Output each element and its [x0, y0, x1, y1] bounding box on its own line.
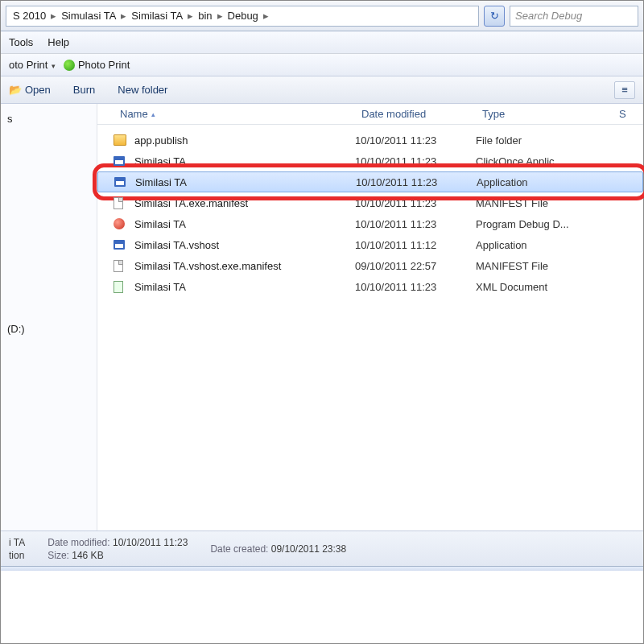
- file-row[interactable]: Similasi TA10/10/2011 11:23ClickOnce App…: [97, 151, 643, 171]
- breadcrumb-item[interactable]: S 2010: [10, 10, 49, 22]
- explorer-window: { "breadcrumb": { "items": ["S 2010", "S…: [0, 0, 644, 644]
- file-name: Similasi TA: [131, 155, 355, 167]
- file-type: ClickOnce Applic...: [476, 155, 613, 167]
- sidebar-item-drive[interactable]: (D:): [6, 320, 92, 337]
- file-name: Similasi TA: [131, 218, 355, 230]
- file-type: File folder: [476, 134, 613, 147]
- file-date: 09/10/2011 22:57: [355, 260, 476, 272]
- photo-print-icon: [64, 60, 75, 71]
- chevron-right-icon: ▸: [119, 10, 128, 22]
- window-border-bottom: [1, 566, 643, 571]
- sidebar-item[interactable]: s: [6, 110, 92, 127]
- dropdown-arrow-icon: ▾: [49, 62, 56, 70]
- col-header-name[interactable]: Name▴: [114, 104, 355, 124]
- file-type: Application: [477, 176, 613, 188]
- files-list: app.publish10/10/2011 11:23File folderSi…: [97, 125, 643, 297]
- status-file-type: tion: [9, 550, 25, 561]
- menu-tools[interactable]: Tools: [9, 36, 33, 48]
- col-header-type[interactable]: Type: [476, 104, 613, 124]
- list-view-icon: ≡: [621, 84, 628, 96]
- status-date-created: 09/10/2011 23:38: [271, 543, 346, 555]
- file-row[interactable]: Similasi TA.vshost.exe.manifest09/10/201…: [97, 255, 643, 276]
- file-icon: [114, 260, 131, 272]
- command-bar: 📂 Open Burn New folder ≡: [1, 76, 643, 104]
- status-date-created-label: Date created:: [210, 543, 268, 555]
- file-type: Application: [476, 239, 613, 251]
- refresh-icon: ↻: [490, 10, 499, 22]
- search-input[interactable]: Search Debug: [510, 6, 638, 27]
- status-date-mod-label: Date modified:: [47, 537, 109, 548]
- view-options: ≡: [614, 81, 635, 99]
- file-row[interactable]: Similasi TA10/10/2011 11:23XML Document: [97, 276, 643, 297]
- chevron-right-icon: ▸: [216, 10, 225, 22]
- file-type: Program Debug D...: [476, 218, 613, 230]
- chevron-right-icon: ▸: [262, 10, 270, 22]
- folder-icon: [114, 134, 131, 146]
- file-name: Similasi TA.vshost: [131, 239, 355, 251]
- file-row[interactable]: app.publish10/10/2011 11:23File folder: [97, 130, 643, 151]
- file-row[interactable]: Similasi TA10/10/2011 11:23Program Debug…: [97, 213, 643, 234]
- breadcrumb-item[interactable]: bin: [195, 10, 215, 22]
- file-type: MANIFEST File: [476, 260, 613, 272]
- breadcrumb-item[interactable]: Simulasi TA: [58, 10, 119, 22]
- file-name: Similasi TA: [131, 281, 355, 293]
- status-bar: i TA tion Date modified: 10/10/2011 11:2…: [1, 530, 643, 566]
- column-headers: Name▴ Date modified Type S: [97, 104, 643, 125]
- file-date: 10/10/2011 11:23: [355, 134, 476, 147]
- file-type: XML Document: [476, 281, 613, 293]
- file-date: 10/10/2011 11:12: [355, 239, 476, 251]
- file-date: 10/10/2011 11:23: [355, 197, 476, 209]
- photo-print-button-partial[interactable]: oto Print ▾: [9, 59, 56, 71]
- file-row[interactable]: Similasi TA.vshost10/10/2011 11:12Applic…: [97, 234, 643, 255]
- xml-icon: [114, 281, 131, 293]
- app-icon: [114, 240, 131, 250]
- burn-button[interactable]: Burn: [73, 84, 95, 96]
- refresh-button[interactable]: ↻: [484, 6, 505, 27]
- file-date: 10/10/2011 11:23: [355, 281, 476, 293]
- file-row[interactable]: Similasi TA10/10/2011 11:23Application: [97, 171, 643, 192]
- menu-bar: Tools Help: [1, 31, 643, 54]
- view-mode-button[interactable]: ≡: [614, 81, 635, 99]
- file-name: Similasi TA.vshost.exe.manifest: [131, 260, 355, 272]
- file-type: MANIFEST File: [476, 197, 613, 209]
- file-date: 10/10/2011 11:23: [355, 155, 476, 167]
- photo-print-button[interactable]: Photo Print: [64, 59, 130, 72]
- toolbar-photo: oto Print ▾ Photo Print: [1, 54, 643, 76]
- nav-pane[interactable]: s (D:): [1, 104, 97, 530]
- file-name: app.publish: [131, 134, 355, 147]
- app-icon: [114, 177, 132, 187]
- chevron-right-icon: ▸: [49, 10, 58, 22]
- sort-asc-icon: ▴: [151, 110, 155, 118]
- file-list-pane: Name▴ Date modified Type S app.publish10…: [97, 104, 643, 530]
- status-size-label: Size:: [47, 550, 69, 561]
- file-name: Similasi TA.exe.manifest: [131, 197, 355, 209]
- status-date-mod: 10/10/2011 11:23: [113, 537, 188, 548]
- status-file-name: i TA: [9, 537, 25, 548]
- body-area: s (D:) Name▴ Date modified Type S app.pu…: [1, 104, 643, 530]
- menu-help[interactable]: Help: [47, 36, 69, 48]
- app-icon: [114, 156, 131, 166]
- search-placeholder: Search Debug: [515, 10, 582, 22]
- new-folder-button[interactable]: New folder: [118, 84, 167, 96]
- open-icon: 📂: [9, 84, 22, 97]
- open-button[interactable]: 📂 Open: [9, 84, 51, 97]
- breadcrumb-item[interactable]: Similasi TA: [128, 10, 186, 22]
- chevron-right-icon: ▸: [186, 10, 195, 22]
- file-date: 10/10/2011 11:23: [356, 176, 477, 188]
- status-size: 146 KB: [72, 550, 103, 561]
- address-bar: S 2010▸ Simulasi TA▸ Similasi TA▸ bin▸ D…: [1, 1, 643, 31]
- col-header-date[interactable]: Date modified: [355, 104, 476, 124]
- breadcrumb[interactable]: S 2010▸ Simulasi TA▸ Similasi TA▸ bin▸ D…: [6, 6, 479, 27]
- file-date: 10/10/2011 11:23: [355, 218, 476, 230]
- col-header-size[interactable]: S: [613, 104, 633, 124]
- red-icon: [114, 218, 131, 229]
- file-name: Similasi TA: [132, 176, 356, 188]
- file-icon: [114, 197, 131, 209]
- file-row[interactable]: Similasi TA.exe.manifest10/10/2011 11:23…: [97, 192, 643, 213]
- breadcrumb-item[interactable]: Debug: [225, 10, 262, 22]
